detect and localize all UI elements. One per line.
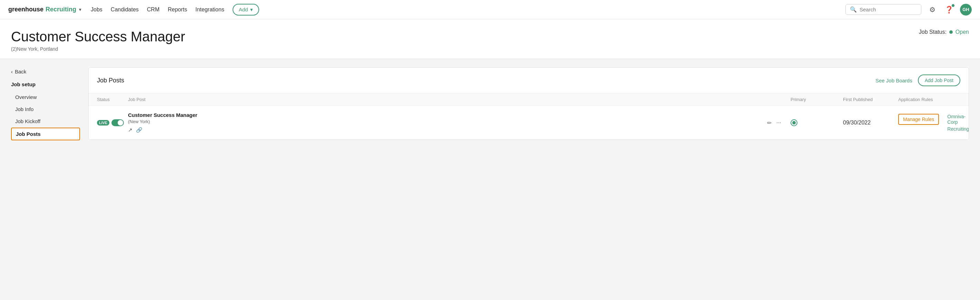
col-application-rules: Application Rules — [898, 97, 960, 102]
sidebar-back[interactable]: ‹ Back — [11, 68, 80, 75]
sidebar-item-overview[interactable]: Overview — [11, 91, 80, 103]
status-dot-icon — [949, 30, 953, 34]
logo: greenhouse Recruiting ▾ — [8, 6, 81, 13]
sidebar-section-title: Job setup — [11, 81, 80, 87]
page-title-group: Customer Success Manager (2)New York, Po… — [11, 29, 185, 52]
table-row: LIVE Customer Success Manager (New York)… — [89, 106, 969, 140]
add-chevron-icon: ▾ — [250, 6, 253, 13]
col-status: Status — [97, 97, 128, 102]
card-header-actions: See Job Boards Add Job Post — [875, 75, 960, 86]
nav-links: Jobs Candidates CRM Reports Integrations… — [91, 4, 836, 16]
logo-chevron-icon: ▾ — [79, 7, 81, 12]
nav-reports[interactable]: Reports — [168, 5, 187, 14]
nav-integrations[interactable]: Integrations — [195, 5, 224, 14]
job-board-link-2[interactable]: Recruiting — [947, 126, 969, 132]
live-badge: LIVE — [97, 120, 110, 125]
first-published-cell: 09/30/2022 — [843, 120, 898, 126]
search-icon: 🔍 — [850, 6, 857, 13]
sidebar-item-job-info[interactable]: Job Info — [11, 103, 80, 115]
col-actions — [767, 97, 788, 102]
help-wrap: ❓ — [943, 4, 955, 15]
card-title: Job Posts — [97, 77, 124, 84]
search-box[interactable]: 🔍 — [845, 4, 921, 15]
external-link-icon[interactable]: ↗ — [128, 127, 132, 133]
status-value: Open — [956, 29, 969, 35]
status-cell: LIVE — [97, 119, 128, 126]
job-status-label: Job Status: — [919, 29, 947, 35]
logo-recruiting: Recruiting — [46, 6, 76, 13]
logo-greenhouse: greenhouse — [8, 6, 43, 13]
add-job-post-button[interactable]: Add Job Post — [918, 75, 960, 86]
toggle-thumb — [118, 120, 123, 125]
job-post-actions: ✏ ··· — [767, 119, 788, 126]
application-rules-cell: Manage Rules Omniva-Corp Recruiting — [898, 114, 960, 132]
topnav: greenhouse Recruiting ▾ Jobs Candidates … — [0, 0, 980, 19]
page-container: Customer Success Manager (2)New York, Po… — [0, 19, 980, 300]
job-board-link-1[interactable]: Omniva-Corp — [947, 114, 969, 125]
page-subtitle: (2)New York, Portland — [11, 46, 185, 52]
page-header-row: Customer Success Manager (2)New York, Po… — [11, 29, 969, 52]
col-first-published: First Published — [843, 97, 898, 102]
sidebar-item-job-posts[interactable]: Job Posts — [11, 128, 80, 140]
primary-radio[interactable] — [791, 119, 797, 126]
job-posts-card: Job Posts See Job Boards Add Job Post St… — [88, 67, 969, 140]
col-primary: Primary — [788, 97, 843, 102]
sidebar-item-job-kickoff[interactable]: Job Kickoff — [11, 116, 80, 127]
edit-icon[interactable]: ✏ — [767, 120, 772, 126]
link-icon[interactable]: 🔗 — [136, 127, 143, 133]
sidebar: ‹ Back Job setup Overview Job Info Job K… — [11, 67, 80, 292]
settings-button[interactable]: ⚙ — [927, 4, 938, 15]
table-header: Status Job Post Primary First Published … — [89, 94, 969, 106]
primary-cell — [788, 119, 843, 126]
back-arrow-icon: ‹ — [11, 68, 13, 75]
job-post-location: (New York) — [128, 119, 767, 124]
nav-candidates[interactable]: Candidates — [111, 5, 139, 14]
see-job-boards-button[interactable]: See Job Boards — [875, 78, 912, 83]
main-content: Job Posts See Job Boards Add Job Post St… — [88, 67, 969, 292]
page-title: Customer Success Manager — [11, 29, 185, 44]
notification-dot — [952, 4, 955, 7]
page-header: Customer Success Manager (2)New York, Po… — [0, 19, 980, 59]
job-post-icons: ↗ 🔗 — [128, 127, 767, 133]
job-post-name: Customer Success Manager — [128, 112, 767, 118]
job-post-cell: Customer Success Manager (New York) ↗ 🔗 — [128, 112, 767, 133]
col-job-post: Job Post — [128, 97, 767, 102]
card-header: Job Posts See Job Boards Add Job Post — [89, 68, 969, 94]
nav-crm[interactable]: CRM — [147, 5, 159, 14]
job-status: Job Status: Open — [919, 29, 969, 35]
add-button[interactable]: Add ▾ — [232, 4, 259, 16]
job-board-links: Omniva-Corp Recruiting — [947, 114, 969, 132]
content-area: ‹ Back Job setup Overview Job Info Job K… — [0, 59, 980, 300]
avatar[interactable]: GH — [960, 4, 972, 16]
nav-jobs[interactable]: Jobs — [91, 5, 102, 14]
manage-rules-button[interactable]: Manage Rules — [898, 114, 939, 125]
settings-wrap: ⚙ — [927, 4, 938, 15]
nav-right: 🔍 ⚙ ❓ GH — [845, 4, 972, 16]
more-options-icon[interactable]: ··· — [776, 120, 781, 126]
first-published-value: 09/30/2022 — [843, 120, 870, 125]
radio-inner — [792, 121, 796, 124]
live-toggle-switch[interactable] — [111, 119, 124, 126]
search-input[interactable] — [859, 6, 917, 13]
